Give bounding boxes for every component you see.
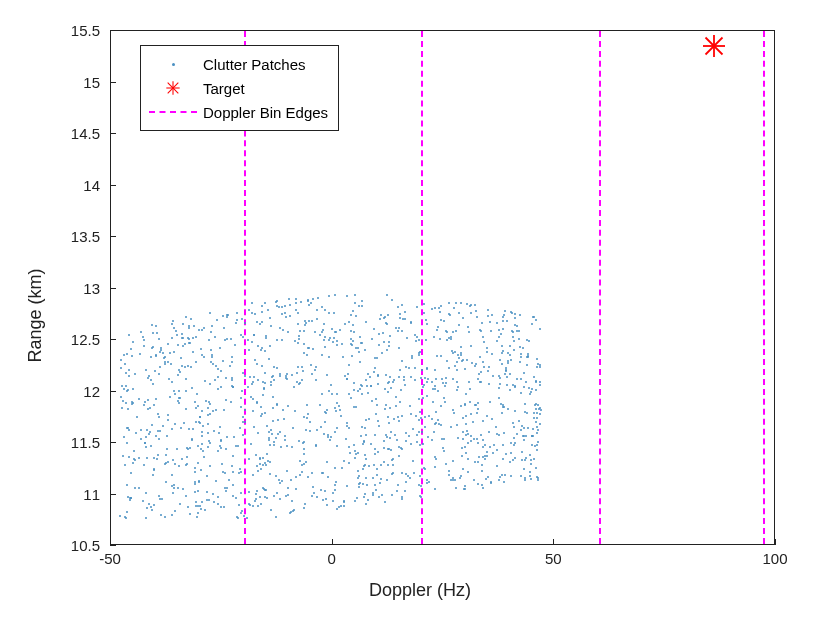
clutter-point: [392, 381, 394, 383]
clutter-point: [201, 410, 203, 412]
clutter-point: [520, 353, 522, 355]
clutter-point: [350, 338, 352, 340]
clutter-point: [199, 416, 201, 418]
clutter-point: [218, 432, 220, 434]
clutter-point: [467, 442, 469, 444]
clutter-point: [473, 438, 475, 440]
clutter-point: [144, 442, 146, 444]
clutter-point: [181, 458, 183, 460]
clutter-point: [279, 373, 281, 375]
clutter-point: [334, 489, 336, 491]
clutter-point: [448, 302, 450, 304]
clutter-point: [431, 418, 433, 420]
clutter-point: [128, 369, 130, 371]
clutter-point: [323, 323, 325, 325]
clutter-point: [303, 453, 305, 455]
clutter-point: [486, 351, 488, 353]
clutter-point: [277, 433, 279, 435]
clutter-point: [146, 429, 148, 431]
clutter-point: [490, 481, 492, 483]
clutter-point: [371, 400, 373, 402]
clutter-point: [520, 378, 522, 380]
clutter-point: [206, 491, 208, 493]
clutter-point: [471, 362, 473, 364]
clutter-point: [260, 406, 262, 408]
clutter-point: [177, 374, 179, 376]
clutter-point: [222, 471, 224, 473]
clutter-point: [326, 504, 328, 506]
clutter-point: [354, 302, 356, 304]
clutter-point: [251, 341, 253, 343]
clutter-point: [303, 507, 305, 509]
clutter-point: [465, 423, 467, 425]
clutter-point: [525, 435, 527, 437]
clutter-point: [535, 421, 537, 423]
clutter-point: [328, 312, 330, 314]
clutter-point: [235, 322, 237, 324]
clutter-point: [531, 435, 533, 437]
clutter-point: [145, 369, 147, 371]
clutter-point: [291, 500, 293, 502]
clutter-point: [134, 373, 136, 375]
clutter-point: [284, 305, 286, 307]
clutter-point: [439, 311, 441, 313]
clutter-point: [153, 457, 155, 459]
clutter-point: [474, 365, 476, 367]
clutter-point: [466, 303, 468, 305]
clutter-point: [415, 340, 417, 342]
clutter-point: [268, 439, 270, 441]
clutter-point: [200, 469, 202, 471]
clutter-point: [307, 413, 309, 415]
clutter-point: [125, 402, 127, 404]
clutter-point: [194, 483, 196, 485]
clutter-point: [186, 456, 188, 458]
clutter-point: [231, 379, 233, 381]
clutter-point: [461, 455, 463, 457]
clutter-point: [206, 475, 208, 477]
clutter-point: [491, 418, 493, 420]
y-tick-mark: [110, 391, 116, 392]
y-tick-label: 15.5: [71, 22, 100, 39]
clutter-point: [424, 416, 426, 418]
clutter-point: [282, 409, 284, 411]
clutter-point: [527, 427, 529, 429]
clutter-point: [384, 501, 386, 503]
clutter-point: [236, 516, 238, 518]
clutter-point: [431, 308, 433, 310]
clutter-point: [304, 503, 306, 505]
clutter-point: [452, 352, 454, 354]
clutter-point: [225, 399, 227, 401]
clutter-point: [348, 446, 350, 448]
clutter-point: [418, 354, 420, 356]
clutter-point: [178, 402, 180, 404]
clutter-point: [374, 453, 376, 455]
clutter-point: [514, 324, 516, 326]
clutter-point: [432, 401, 434, 403]
clutter-point: [487, 370, 489, 372]
clutter-point: [423, 303, 425, 305]
x-tick-label: 50: [545, 550, 562, 567]
clutter-point: [185, 464, 187, 466]
clutter-point: [202, 425, 204, 427]
clutter-point: [505, 367, 507, 369]
clutter-point: [441, 378, 443, 380]
clutter-point: [399, 313, 401, 315]
clutter-point: [264, 489, 266, 491]
clutter-point: [401, 360, 403, 362]
clutter-point: [433, 431, 435, 433]
clutter-point: [458, 312, 460, 314]
clutter-point: [306, 354, 308, 356]
clutter-point: [122, 400, 124, 402]
clutter-point: [388, 345, 390, 347]
clutter-point: [240, 406, 242, 408]
clutter-point: [518, 420, 520, 422]
clutter-point: [122, 455, 124, 457]
clutter-point: [217, 450, 219, 452]
clutter-point: [536, 366, 538, 368]
clutter-point: [158, 495, 160, 497]
clutter-point: [140, 331, 142, 333]
clutter-point: [398, 420, 400, 422]
clutter-point: [421, 369, 423, 371]
clutter-point: [488, 383, 490, 385]
clutter-point: [375, 413, 377, 415]
